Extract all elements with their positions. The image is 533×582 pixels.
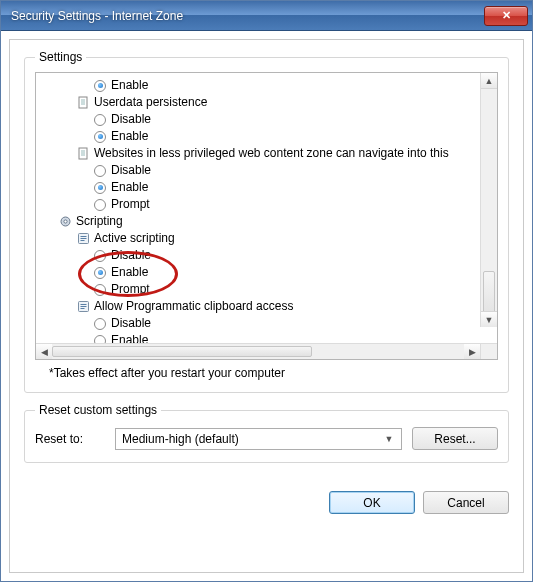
settings-tree-container: EnableUserdata persistenceDisableEnableW… [35,72,498,360]
ok-button[interactable]: OK [329,491,415,514]
tree-radio-option[interactable]: Enable [40,77,479,94]
close-icon: ✕ [502,9,511,22]
tree-radio-option[interactable]: Enable [40,179,479,196]
titlebar[interactable]: Security Settings - Internet Zone ✕ [1,1,532,31]
dialog-button-row: OK Cancel [10,483,523,526]
radio-icon[interactable] [94,250,106,262]
tree-item-label: Enable [111,179,148,196]
tree-radio-option[interactable]: Disable [40,111,479,128]
window-title: Security Settings - Internet Zone [11,9,484,23]
tree-item-label: Disable [111,247,151,264]
settings-legend: Settings [35,50,86,64]
reset-combo-value: Medium-high (default) [122,432,239,446]
horizontal-scroll-thumb[interactable] [52,346,312,357]
radio-icon[interactable] [94,267,106,279]
radio-icon[interactable] [94,131,106,143]
tree-item-label: Enable [111,264,148,281]
scroll-up-icon[interactable]: ▲ [481,73,497,89]
tree-item-label: Allow Programmatic clipboard access [94,298,293,315]
tree-radio-option[interactable]: Prompt [40,196,479,213]
svg-point-9 [63,220,66,223]
dialog-window: Security Settings - Internet Zone ✕ Sett… [0,0,533,582]
gear-icon [58,215,72,229]
radio-icon[interactable] [94,199,106,211]
restart-note: *Takes effect after you restart your com… [49,366,498,380]
scrollbar-corner [480,344,497,359]
reset-level-combo[interactable]: Medium-high (default) ▼ [115,428,402,450]
scroll-right-icon[interactable]: ▶ [464,344,480,359]
script-icon [76,300,90,314]
tree-node: Userdata persistence [40,94,479,111]
radio-icon[interactable] [94,114,106,126]
radio-icon[interactable] [94,182,106,194]
horizontal-scrollbar[interactable]: ◀ ▶ [36,343,497,359]
reset-button[interactable]: Reset... [412,427,498,450]
tree-node: Allow Programmatic clipboard access [40,298,479,315]
tree-item-label: Websites in less privileged web content … [94,145,449,162]
tree-radio-option[interactable]: Disable [40,315,479,332]
tree-radio-option[interactable]: Enable [40,264,479,281]
tree-node: Websites in less privileged web content … [40,145,479,162]
tree-item-label: Prompt [111,196,150,213]
radio-icon[interactable] [94,318,106,330]
chevron-down-icon: ▼ [381,431,397,447]
scroll-down-icon[interactable]: ▼ [481,311,497,327]
tree-item-label: Prompt [111,281,150,298]
script-icon [76,232,90,246]
vertical-scrollbar[interactable]: ▲ ▼ [480,73,497,327]
tree-item-label: Enable [111,128,148,145]
tree-item-label: Enable [111,77,148,94]
tree-node: Scripting [40,213,479,230]
reset-legend: Reset custom settings [35,403,161,417]
tree-radio-option[interactable]: Enable [40,128,479,145]
page-icon [76,96,90,110]
radio-icon[interactable] [94,165,106,177]
client-area: Settings EnableUserdata persistenceDisab… [9,39,524,573]
scroll-left-icon[interactable]: ◀ [36,344,52,359]
settings-tree-viewport[interactable]: EnableUserdata persistenceDisableEnableW… [36,73,497,343]
cancel-button[interactable]: Cancel [423,491,509,514]
tree-radio-option[interactable]: Prompt [40,281,479,298]
tree-radio-option[interactable]: Disable [40,247,479,264]
tree-item-label: Disable [111,162,151,179]
tree-item-label: Userdata persistence [94,94,207,111]
settings-group: Settings EnableUserdata persistenceDisab… [24,50,509,393]
tree-item-label: Enable [111,332,148,343]
tree-item-label: Disable [111,315,151,332]
radio-icon[interactable] [94,284,106,296]
tree-item-label: Scripting [76,213,123,230]
tree-node: Active scripting [40,230,479,247]
page-icon [76,147,90,161]
close-button[interactable]: ✕ [484,6,528,26]
tree-item-label: Disable [111,111,151,128]
radio-icon[interactable] [94,80,106,92]
reset-to-label: Reset to: [35,432,105,446]
reset-group: Reset custom settings Reset to: Medium-h… [24,403,509,463]
radio-icon[interactable] [94,335,106,344]
tree-radio-option[interactable]: Enable [40,332,479,343]
tree-item-label: Active scripting [94,230,175,247]
tree-radio-option[interactable]: Disable [40,162,479,179]
